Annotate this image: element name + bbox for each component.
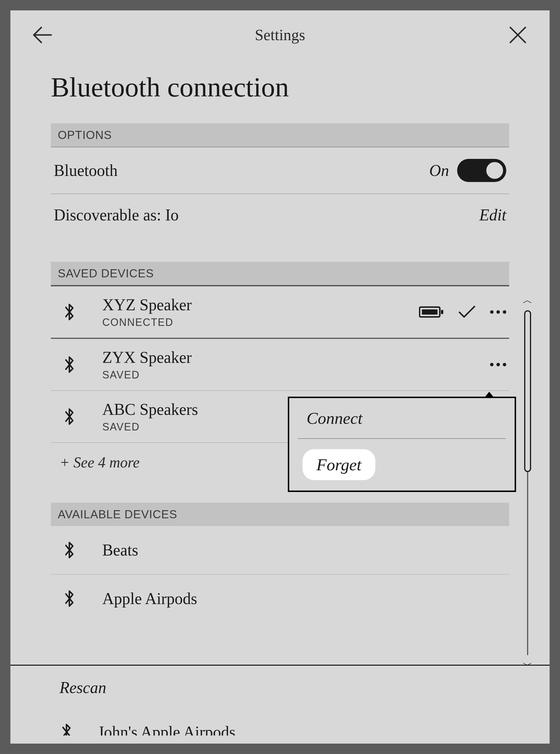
close-button[interactable] xyxy=(506,23,529,46)
top-bar: Settings xyxy=(11,11,549,60)
rescan-button[interactable]: Rescan xyxy=(11,665,549,723)
device-name: ABC Speakers xyxy=(102,400,198,419)
bluetooth-icon xyxy=(62,354,76,375)
section-saved-header: SAVED DEVICES xyxy=(51,262,509,286)
scrollbar[interactable]: ︿ ﹀ xyxy=(522,293,534,672)
svg-rect-1 xyxy=(422,309,438,314)
device-name: XYZ Speaker xyxy=(102,296,192,314)
saved-device-row[interactable]: XYZ Speaker CONNECTED xyxy=(51,286,509,339)
arrow-left-icon xyxy=(32,26,52,44)
device-options-popup: Connect Forget xyxy=(288,396,516,492)
bluetooth-icon xyxy=(62,589,76,609)
chevron-up-icon: ︿ xyxy=(523,293,533,307)
discoverable-label: Discoverable as: Io xyxy=(54,206,179,224)
section-options-header: OPTIONS xyxy=(51,123,509,147)
device-name: Apple Airpods xyxy=(102,589,197,608)
bluetooth-icon xyxy=(62,406,76,427)
popup-connect-button[interactable]: Connect xyxy=(298,398,506,439)
section-available-header: AVAILABLE DEVICES xyxy=(51,503,509,526)
bluetooth-icon xyxy=(62,302,76,322)
device-status: SAVED xyxy=(102,369,192,381)
toggle-knob xyxy=(485,161,504,180)
close-icon xyxy=(508,26,527,44)
page-title: Bluetooth connection xyxy=(51,71,509,103)
bluetooth-state: On xyxy=(429,161,449,180)
available-device-row[interactable]: Beats xyxy=(51,526,509,575)
device-name: John's Apple Airpods xyxy=(98,723,236,735)
more-options-button[interactable] xyxy=(490,363,506,366)
saved-device-row[interactable]: ZYX Speaker SAVED Connect Forget xyxy=(51,339,509,391)
popup-forget-button[interactable]: Forget xyxy=(289,439,515,491)
device-name: ZYX Speaker xyxy=(102,348,192,367)
ellipsis-icon xyxy=(490,310,506,314)
scroll-thumb[interactable] xyxy=(524,310,531,472)
bluetooth-icon xyxy=(61,724,72,735)
bluetooth-icon xyxy=(62,540,76,560)
device-status: SAVED xyxy=(102,421,198,433)
svg-rect-2 xyxy=(441,310,443,314)
bluetooth-toggle[interactable] xyxy=(457,159,506,182)
device-status: CONNECTED xyxy=(102,316,192,328)
back-button[interactable] xyxy=(31,23,54,46)
bluetooth-label: Bluetooth xyxy=(54,161,118,180)
device-name: Beats xyxy=(102,541,138,559)
available-device-row[interactable]: Apple Airpods xyxy=(51,575,509,612)
bluetooth-toggle-row: Bluetooth On xyxy=(51,147,509,194)
header-title: Settings xyxy=(255,26,305,44)
more-options-button[interactable] xyxy=(490,310,506,314)
discoverable-row: Discoverable as: Io Edit xyxy=(51,194,509,236)
edit-name-button[interactable]: Edit xyxy=(479,206,506,224)
ellipsis-icon xyxy=(490,363,506,366)
check-icon xyxy=(458,305,476,319)
popup-forget-label: Forget xyxy=(302,449,375,480)
scroll-track xyxy=(527,310,528,655)
battery-icon xyxy=(419,305,444,319)
